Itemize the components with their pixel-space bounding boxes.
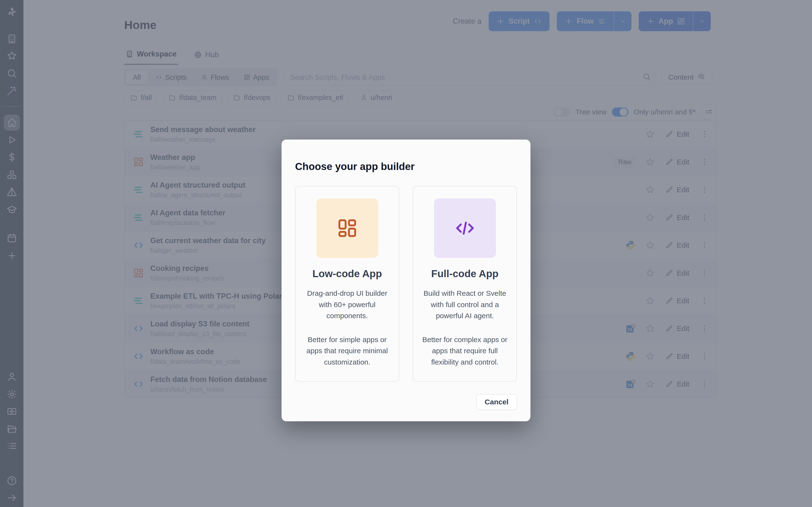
windmill-app: Home Create a ScriptFlowApp WorkspaceHub…: [0, 0, 812, 507]
card-desc-1: Drag-and-drop UI builder with 60+ powerf…: [303, 288, 392, 322]
card-desc-2: Better for simple apps or apps that requ…: [303, 334, 392, 368]
code-xml-icon: [454, 217, 476, 239]
layout-dashboard-icon: [336, 217, 358, 239]
builder-cards: Low-code AppDrag-and-drop UI builder wit…: [295, 186, 517, 382]
app-builder-modal: Choose your app builder Low-code AppDrag…: [282, 139, 530, 421]
layout-dashboard-icon-tile: [316, 199, 378, 258]
card-title: Low-code App: [312, 268, 382, 280]
cancel-button[interactable]: Cancel: [476, 394, 517, 410]
code-xml-icon-tile: [434, 199, 496, 258]
card-desc-1: Build with React or Svelte with full con…: [420, 288, 509, 322]
modal-title: Choose your app builder: [295, 161, 517, 172]
modal-footer: Cancel: [295, 394, 517, 410]
card-low-code[interactable]: Low-code AppDrag-and-drop UI builder wit…: [295, 186, 399, 382]
card-desc-2: Better for complex apps or apps that req…: [420, 334, 509, 368]
card-title: Full-code App: [431, 268, 498, 280]
card-full-code[interactable]: Full-code AppBuild with React or Svelte …: [413, 186, 517, 382]
